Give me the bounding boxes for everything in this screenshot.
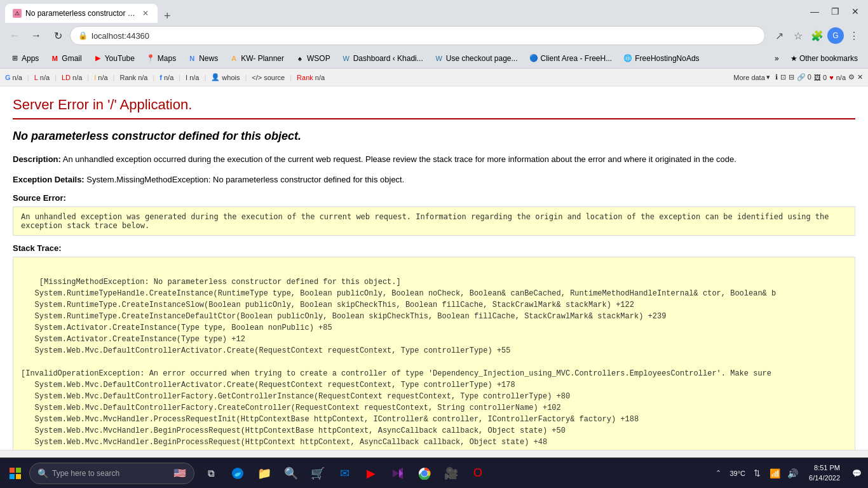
taskbar-search-box[interactable]: 🔍 Type here to search 🇺🇸 xyxy=(29,463,194,484)
temperature-display: 39°C xyxy=(727,461,748,486)
more-icon[interactable]: ⋮ xyxy=(845,27,863,44)
seo-more-chevron-icon: ▾ xyxy=(766,73,770,81)
seo-i[interactable]: I n/a xyxy=(94,74,107,81)
exception-details-label: Exception Details: xyxy=(13,175,85,184)
bookmark-youtube[interactable]: ▶ YouTube xyxy=(88,52,140,65)
seo-whois[interactable]: 👤 whois xyxy=(211,73,240,81)
exception-details-text: System.MissingMethodException: No parame… xyxy=(86,175,404,184)
taskbar-right-area: ⌃ 39°C ⇅ 📶 🔊 8:51 PM 6/14/2022 💬 xyxy=(709,461,865,486)
browser-titlebar: ⚠ No parameterless constructor de... ✕ +… xyxy=(0,0,868,23)
maximize-button[interactable]: ❐ xyxy=(827,4,843,19)
taskbar-chrome[interactable] xyxy=(412,461,437,486)
news-icon: N xyxy=(187,54,196,63)
star-icon[interactable]: ☆ xyxy=(789,27,807,44)
bookmark-gmail[interactable]: M Gmail xyxy=(45,52,86,65)
seo-more-data-label: More data xyxy=(733,74,765,81)
seo-more-data-button[interactable]: More data ▾ xyxy=(733,73,770,81)
start-button[interactable] xyxy=(3,461,28,486)
system-tray: ⌃ 39°C ⇅ 📶 🔊 xyxy=(709,461,801,486)
bookmark-kw-planner-label: KW- Planner xyxy=(241,54,284,63)
bookmark-news-label: News xyxy=(199,54,218,63)
taskbar-visual-studio[interactable] xyxy=(385,461,410,486)
seo-heart-icon[interactable]: ♥ xyxy=(829,74,834,81)
seo-facebook[interactable]: f n/a xyxy=(159,74,173,81)
tray-arrow-icon[interactable]: ⌃ xyxy=(709,461,727,486)
taskbar-camera[interactable]: 🎥 xyxy=(438,461,464,486)
tab-title: No parameterless constructor de... xyxy=(25,9,137,18)
refresh-button[interactable]: ↻ xyxy=(48,26,67,45)
seo-fb-value: n/a xyxy=(164,74,173,81)
seo-sep4: | xyxy=(113,74,115,81)
seo-sep6: | xyxy=(179,74,180,81)
taskbar-opera[interactable]: O xyxy=(465,461,491,486)
minimize-button[interactable]: — xyxy=(807,4,822,19)
taskbar-youtube[interactable]: ▶ xyxy=(358,461,384,486)
checkout-icon: W xyxy=(435,54,444,63)
other-bookmarks-button[interactable]: ★ Other bookmarks xyxy=(785,52,863,65)
page-content: Server Error in '/' Application. No para… xyxy=(0,86,868,450)
taskbar-task-view[interactable]: ⧉ xyxy=(198,461,224,486)
system-clock[interactable]: 8:51 PM 6/14/2022 xyxy=(804,463,845,483)
bookmark-apps[interactable]: ⊞ Apps xyxy=(5,52,44,65)
address-bar[interactable]: 🔒 localhost:44360 xyxy=(70,26,765,45)
apps-icon: ⊞ xyxy=(10,54,19,63)
back-button[interactable]: ← xyxy=(5,26,24,45)
seo-link-count: 🔗 0 xyxy=(797,73,811,81)
taskbar-cortana[interactable]: 🔍 xyxy=(278,461,304,486)
seo-google-value: n/a xyxy=(13,74,22,81)
seo-i2[interactable]: I n/a xyxy=(186,74,199,81)
seo-whois-label: whois xyxy=(222,74,240,81)
taskbar-edge[interactable] xyxy=(225,461,250,486)
network-arrows-icon[interactable]: ⇅ xyxy=(748,461,766,486)
windows-logo-icon xyxy=(9,467,22,480)
bookmark-wsop[interactable]: ♠ WSOP xyxy=(290,52,336,65)
seo-ld-value: n/a xyxy=(72,74,82,81)
seo-rank1[interactable]: Rank n/a xyxy=(119,74,147,81)
horizontal-scrollbar[interactable] xyxy=(0,450,868,458)
taskbar: 🔍 Type here to search 🇺🇸 ⧉ 📁 🔍 🛒 ✉ ▶ xyxy=(0,458,868,488)
seo-sep8: | xyxy=(245,74,247,81)
seo-gear-icon[interactable]: ⚙ xyxy=(848,73,855,81)
profile-icon[interactable]: G xyxy=(827,27,844,44)
seo-rank1-label: Rank xyxy=(119,74,136,81)
bookmark-kw-planner[interactable]: A KW- Planner xyxy=(224,52,289,65)
bookmarks-more-button[interactable]: » xyxy=(770,52,784,65)
forward-button[interactable]: → xyxy=(27,26,46,45)
bookmark-dashboard-label: Dashboard ‹ Khadi... xyxy=(353,54,423,63)
seo-l[interactable]: L n/a xyxy=(34,74,50,81)
seo-google[interactable]: G n/a xyxy=(5,74,22,81)
bookmark-dashboard[interactable]: W Dashboard ‹ Khadi... xyxy=(337,52,428,65)
taskbar-file-explorer[interactable]: 📁 xyxy=(252,461,277,486)
bookmark-client-area[interactable]: 🔵 Client Area - FreeH... xyxy=(524,52,618,65)
seo-source[interactable]: </> source xyxy=(252,74,285,81)
seo-ld[interactable]: LD n/a xyxy=(62,74,82,81)
taskbar-store[interactable]: 🛒 xyxy=(305,461,330,486)
notification-button[interactable]: 💬 xyxy=(848,461,865,486)
address-text: localhost:44360 xyxy=(92,31,757,41)
share-icon[interactable]: ↗ xyxy=(770,27,788,44)
taskbar-flag-emoji: 🇺🇸 xyxy=(173,467,186,479)
extensions-icon[interactable]: 🧩 xyxy=(808,27,826,44)
seo-whois-icon: 👤 xyxy=(211,73,220,81)
seo-close-icon[interactable]: ✕ xyxy=(857,73,863,81)
bookmark-checkout[interactable]: W Use checkout page... xyxy=(430,52,523,65)
seo-sep2: | xyxy=(55,74,57,81)
active-tab[interactable]: ⚠ No parameterless constructor de... ✕ xyxy=(5,4,158,23)
other-bookmarks-icon: ★ xyxy=(790,54,799,63)
close-button[interactable]: ✕ xyxy=(848,4,863,19)
bookmark-freehosting[interactable]: 🌐 FreeHostingNoAds xyxy=(618,52,704,65)
window-controls: — ❐ ✕ xyxy=(807,4,863,19)
bookmark-maps[interactable]: 📍 Maps xyxy=(141,52,181,65)
seo-info-icon[interactable]: ℹ xyxy=(775,73,778,81)
sound-icon[interactable]: 🔊 xyxy=(783,461,801,486)
seo-source-label: source xyxy=(264,74,285,81)
tab-close-button[interactable]: ✕ xyxy=(141,8,150,19)
bookmark-news[interactable]: N News xyxy=(182,52,223,65)
seo-view2-icon[interactable]: ⊟ xyxy=(789,73,794,81)
seo-view1-icon[interactable]: ⊡ xyxy=(780,73,786,81)
taskbar-mail[interactable]: ✉ xyxy=(332,461,357,486)
wifi-icon[interactable]: 📶 xyxy=(766,461,783,486)
new-tab-button[interactable]: + xyxy=(160,10,175,23)
seo-bar: G n/a | L n/a | LD n/a | I n/a | Rank n/… xyxy=(0,69,868,86)
seo-rank2[interactable]: Rank n/a xyxy=(297,74,325,81)
